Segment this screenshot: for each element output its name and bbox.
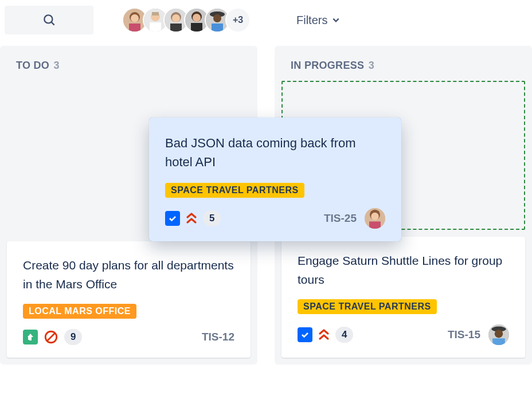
topbar: +3 Filters	[0, 0, 532, 46]
svg-line-1	[51, 22, 54, 25]
card-tag: SPACE TRAVEL PARTNERS	[298, 299, 437, 314]
card-footer: 9 TIS-12	[23, 329, 234, 345]
task-icon	[298, 327, 312, 342]
task-icon	[165, 211, 180, 226]
column-count: 3	[369, 60, 374, 71]
column-header: TO DO 3	[0, 46, 257, 81]
filters-button[interactable]: Filters	[296, 14, 340, 27]
issue-key: TIS-15	[448, 328, 480, 341]
story-points-badge: 9	[64, 329, 82, 345]
card-footer: 5 TIS-25	[165, 208, 385, 229]
svg-rect-32	[369, 221, 381, 229]
column-header: IN PROGRESS 3	[275, 46, 532, 81]
card[interactable]: Create 90 day plans for all departments …	[7, 241, 251, 358]
column-count: 3	[53, 60, 59, 71]
card-title: Engage Saturn Shuttle Lines for group to…	[298, 252, 509, 289]
story-icon	[23, 330, 38, 344]
story-points-badge: 4	[335, 327, 353, 343]
avatar-stack[interactable]: +3	[122, 7, 251, 33]
filters-label: Filters	[296, 14, 327, 27]
priority-highest-icon	[186, 212, 197, 225]
svg-point-4	[131, 14, 139, 22]
story-points-badge: 5	[203, 210, 221, 226]
svg-rect-21	[212, 24, 223, 32]
column-label: IN PROGRESS	[291, 60, 364, 71]
chevron-down-icon	[332, 16, 340, 24]
card-footer: 4 TIS-15	[298, 324, 509, 345]
svg-rect-5	[129, 24, 140, 32]
svg-rect-17	[191, 23, 202, 32]
svg-point-12	[172, 14, 180, 22]
card[interactable]: Engage Saturn Shuttle Lines for group to…	[281, 237, 525, 358]
svg-rect-9	[150, 22, 161, 32]
issue-key: TIS-25	[324, 212, 357, 225]
svg-point-0	[44, 15, 52, 23]
card-tag: SPACE TRAVEL PARTNERS	[165, 183, 304, 198]
card-title: Bad JSON data coming back from hotel API	[165, 134, 385, 171]
avatar-overflow[interactable]: +3	[225, 7, 251, 33]
search-box[interactable]	[5, 6, 93, 34]
dragging-card[interactable]: Bad JSON data coming back from hotel API…	[149, 118, 401, 241]
svg-line-24	[47, 333, 55, 341]
assignee-avatar[interactable]	[365, 208, 385, 229]
card-tag: LOCAL MARS OFFICE	[23, 304, 136, 319]
svg-rect-28	[492, 338, 505, 345]
svg-point-16	[193, 14, 201, 22]
blocked-icon	[44, 330, 58, 344]
svg-rect-8	[152, 12, 159, 15]
assignee-avatar[interactable]	[488, 324, 509, 345]
svg-rect-13	[170, 24, 182, 32]
search-icon	[42, 13, 57, 28]
column-label: TO DO	[16, 60, 49, 71]
issue-key: TIS-12	[202, 331, 234, 343]
svg-point-31	[371, 213, 379, 221]
card-title: Create 90 day plans for all departments …	[23, 256, 234, 293]
svg-point-20	[213, 14, 221, 22]
priority-highest-icon	[318, 328, 330, 341]
svg-point-27	[495, 330, 503, 338]
